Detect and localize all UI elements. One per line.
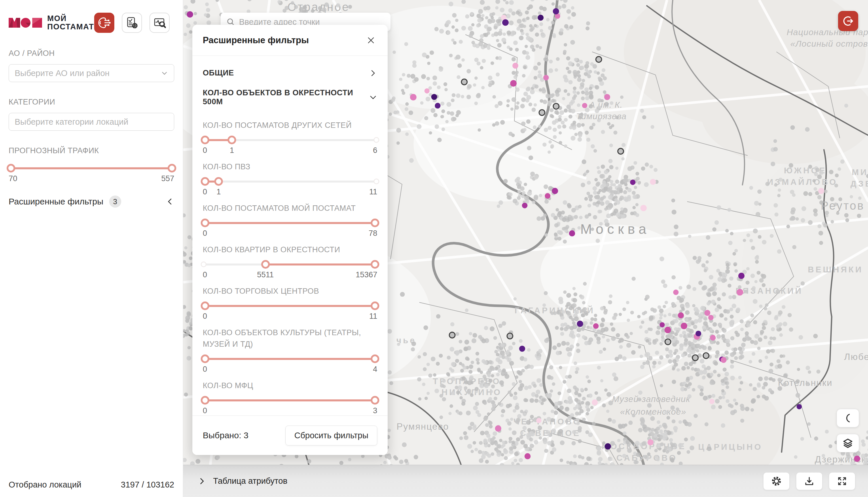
slider-label: КОЛ-ВО ОБЪЕКТОВ КУЛЬТУРЫ (ТЕАТРЫ, МУЗЕЙ … [203,327,377,350]
panel-sliders: КОЛ-ВО ПОСТАМАТОВ ДРУГИХ СЕТЕЙ016КОЛ-ВО … [203,119,377,415]
slider-handle[interactable] [201,136,209,144]
download-button[interactable] [796,472,823,490]
reset-filters-button[interactable]: Сбросить фильтры [285,426,377,445]
traffic-label: ПРОГНОЗНЫЙ ТРАФИК [9,146,174,155]
selected-locations-value: 3197 / 103162 [121,480,174,489]
map-label: ВЕШНЯКИ [808,265,863,274]
slider-handle[interactable] [371,301,379,310]
advanced-filters-toggle[interactable]: Расширенные фильтры 3 [9,196,174,208]
report-gear-icon [126,16,138,29]
gear-icon [771,476,782,487]
panel-header: Расширенные фильтры [193,25,388,56]
slider-label: КОЛ-ВО МФЦ [203,380,377,391]
slider-rail[interactable] [203,354,377,363]
map-label: Музей-заповедник [612,394,691,404]
slider-handle[interactable] [201,218,209,227]
slider-rail[interactable] [203,301,377,310]
section-neighborhood-label: КОЛ-ВО ОБЪЕКТОВ В ОКРЕСТНОСТИ 500М [203,88,369,106]
slider-rail-end [201,261,207,267]
slider-row: КОЛ-ВО КВАРТИР В ОКРЕСТНОСТИ0551115367 [203,244,377,280]
slider-mark: 0 [203,270,207,279]
logout-button[interactable] [838,11,858,31]
monitor-search-icon [153,16,166,29]
ao-label: АО / РАЙОН [9,49,174,58]
panel-title: Расширенные фильтры [203,35,309,45]
layers-button[interactable] [837,434,859,452]
slider-mark: 4 [373,365,377,374]
slider-rail-end [373,179,379,184]
chevron-right-icon [369,69,377,77]
slider-rail[interactable] [9,164,174,172]
slider-marks: 03 [203,406,377,415]
sidebar-toolbar [94,13,175,33]
slider-mark: 11 [369,187,377,196]
slider-rail[interactable] [203,177,377,186]
slider-handle[interactable] [201,396,209,404]
slider-handle[interactable] [261,260,270,269]
slider-rail[interactable] [203,260,377,269]
slider-rail[interactable] [203,218,377,227]
selected-count-label: Выбрано: 3 [203,430,248,440]
slider-mark: 1 [216,187,221,196]
slider-rail[interactable] [203,396,377,404]
slider-handle[interactable] [201,177,209,186]
slider-handle[interactable] [214,177,223,186]
sidebar-footer: Отобрано локаций 3197 / 103162 [9,480,174,489]
slider-mark: 0 [203,146,207,155]
monitor-search-button[interactable] [150,13,170,33]
sidebar: МОЙ ПОСТАМАТ [0,0,183,497]
slider-mark: 0 [203,365,207,374]
advanced-filters-label: Расширенные фильтры [9,197,103,207]
slider-label: КОЛ-ВО КВАРТИР В ОКРЕСТНОСТИ [203,244,377,255]
attribute-table-label: Таблица атрибутов [213,476,287,486]
slider-mark: 78 [369,229,377,238]
slider-marks: 0111 [203,187,377,197]
categories-placeholder: Выберите категории локаций [15,117,168,127]
attribute-table-toggle[interactable]: Таблица атрибутов [198,476,287,486]
slider-marks: 016 [203,146,377,156]
slider-handle[interactable] [6,164,15,172]
slider-row: 70557 [9,164,174,184]
close-icon[interactable] [365,34,377,47]
slider-handle[interactable] [201,301,209,310]
slider-mark: 557 [161,174,174,183]
section-neighborhood[interactable]: КОЛ-ВО ОБЪЕКТОВ В ОКРЕСТНОСТИ 500М [203,87,377,119]
report-settings-button[interactable] [122,13,142,33]
advanced-filters-panel: Расширенные фильтры ОБЩИЕ КОЛ-ВО ОБЪЕКТО… [193,25,388,455]
settings-button[interactable] [763,472,790,490]
night-mode-button[interactable] [837,409,859,427]
map-label: МИК [852,168,868,177]
slider-label: КОЛ-ВО ПОСТАМАТОВ МОЙ ПОСТАМАТ [203,202,377,214]
slider-marks: 078 [203,229,377,239]
map-label: Реутов [821,199,865,212]
chevron-right-icon [198,478,205,485]
slider-label: КОЛ-ВО ТОРГОВЫХ ЦЕНТРОВ [203,285,377,297]
slider-handle[interactable] [228,136,236,144]
slider-marks: 0551115367 [203,270,377,280]
ao-placeholder: Выберите АО или район [15,69,161,78]
slider-row: КОЛ-ВО МФЦ03 [203,380,377,415]
chevron-left-icon [166,197,174,206]
attribute-bar: Таблица атрибутов [183,465,868,497]
expand-button[interactable] [829,472,855,490]
slider-row: КОЛ-ВО ОБЪЕКТОВ КУЛЬТУРЫ (ТЕАТРЫ, МУЗЕЙ … [203,327,377,374]
slider-handle[interactable] [371,218,379,227]
slider-rail[interactable] [203,136,377,144]
logout-icon [842,15,854,27]
section-general[interactable]: ОБЩИЕ [203,56,377,87]
selected-locations-label: Отобрано локаций [9,480,82,489]
slider-handle[interactable] [371,354,379,363]
advanced-filters-badge: 3 [109,196,121,208]
categories-select[interactable]: Выберите категории локаций [9,113,174,131]
traffic-slider[interactable]: 70557 [9,164,174,184]
ao-select[interactable]: Выберите АО или район [9,64,174,82]
categories-label: КАТЕГОРИИ [9,98,174,106]
ai-filters-button[interactable] [94,13,114,33]
slider-handle[interactable] [371,260,379,269]
slider-handle[interactable] [371,396,379,404]
expand-icon [837,476,848,487]
attribute-bar-buttons [763,472,855,490]
slider-handle[interactable] [168,164,176,172]
slider-mark: 0 [203,406,207,415]
slider-handle[interactable] [201,354,209,363]
